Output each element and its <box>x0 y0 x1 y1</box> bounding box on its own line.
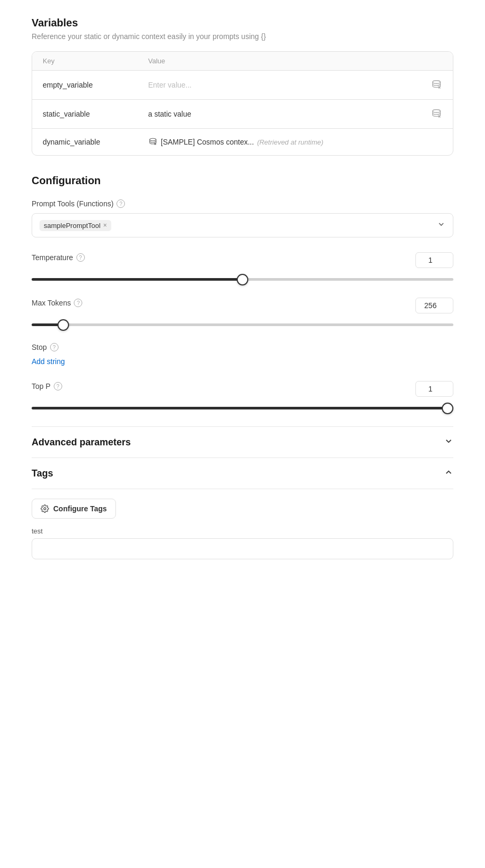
add-string-button[interactable]: Add string <box>32 357 65 366</box>
max-tokens-help-icon[interactable]: ? <box>74 299 82 307</box>
top-p-number-input[interactable] <box>415 381 453 397</box>
temperature-label: Temperature ? <box>32 253 85 262</box>
temperature-help-icon[interactable]: ? <box>76 253 85 262</box>
database-icon <box>431 108 442 120</box>
table-row: static_variable a static value <box>32 100 453 129</box>
svg-point-1 <box>433 110 441 113</box>
gear-icon <box>41 504 49 513</box>
max-tokens-label-row: Max Tokens ? <box>32 298 453 313</box>
variables-section: Variables Reference your static or dynam… <box>32 17 453 156</box>
tags-chevron-icon <box>444 468 453 479</box>
top-p-label: Top P ? <box>32 382 62 390</box>
max-tokens-slider[interactable] <box>32 323 453 326</box>
top-p-slider-container <box>32 402 453 412</box>
tag-chip[interactable]: samplePromptTool × <box>40 220 111 231</box>
row-value[interactable]: a static value <box>148 110 416 118</box>
prompt-tools-dropdown[interactable]: samplePromptTool × <box>32 213 453 237</box>
variables-table: Key Value empty_variable Enter value... <box>32 51 453 156</box>
header-key: Key <box>43 57 148 65</box>
top-p-group: Top P ? <box>32 381 453 412</box>
prompt-tools-help-icon[interactable]: ? <box>117 199 125 208</box>
header-value: Value <box>148 57 416 65</box>
chip-label: samplePromptTool <box>44 222 101 230</box>
runtime-tag: (Retrieved at runtime) <box>257 138 324 146</box>
advanced-parameters-header[interactable]: Advanced parameters <box>32 426 453 458</box>
test-field-input[interactable] <box>32 538 453 559</box>
variables-title: Variables <box>32 17 453 29</box>
svg-point-0 <box>433 81 441 84</box>
row-key: static_variable <box>43 110 148 118</box>
dropdown-chevron-icon <box>437 220 445 231</box>
top-p-label-row: Top P ? <box>32 381 453 397</box>
header-action <box>416 57 442 65</box>
stop-label: Stop ? <box>32 343 453 351</box>
advanced-parameters-title: Advanced parameters <box>32 437 131 448</box>
row-key: dynamic_variable <box>43 138 148 146</box>
temperature-number-input[interactable] <box>415 252 453 268</box>
tags-collapsible-header[interactable]: Tags <box>32 458 453 489</box>
tags-area: samplePromptTool × <box>40 220 437 231</box>
configuration-section: Configuration Prompt Tools (Functions) ?… <box>32 175 453 412</box>
temperature-slider-container <box>32 273 453 283</box>
stop-help-icon[interactable]: ? <box>50 343 59 351</box>
chip-remove-icon[interactable]: × <box>103 222 107 229</box>
row-icon-cell <box>416 108 442 120</box>
configuration-title: Configuration <box>32 175 453 187</box>
dynamic-value-text: [SAMPLE] Cosmos contex... <box>161 138 254 146</box>
top-p-help-icon[interactable]: ? <box>54 382 62 390</box>
test-field-label: test <box>32 527 453 535</box>
stop-group: Stop ? Add string <box>32 343 453 366</box>
max-tokens-number-input[interactable] <box>415 298 453 313</box>
row-value-dynamic: [SAMPLE] Cosmos contex... (Retrieved at … <box>148 137 416 147</box>
row-icon-cell <box>416 79 442 91</box>
top-p-slider[interactable] <box>32 407 453 409</box>
database-small-icon <box>148 137 158 147</box>
row-key: empty_variable <box>43 81 148 89</box>
temperature-slider[interactable] <box>32 278 453 281</box>
prompt-tools-group: Prompt Tools (Functions) ? samplePromptT… <box>32 199 453 237</box>
svg-point-2 <box>150 138 156 141</box>
configure-tags-button[interactable]: Configure Tags <box>32 499 116 519</box>
row-value-placeholder[interactable]: Enter value... <box>148 81 416 89</box>
temperature-label-row: Temperature ? <box>32 252 453 268</box>
svg-point-3 <box>44 508 46 510</box>
configure-tags-label: Configure Tags <box>53 504 107 513</box>
temperature-group: Temperature ? <box>32 252 453 283</box>
max-tokens-group: Max Tokens ? <box>32 298 453 328</box>
database-icon <box>431 79 442 91</box>
tags-title: Tags <box>32 468 53 479</box>
table-header: Key Value <box>32 52 453 71</box>
max-tokens-label: Max Tokens ? <box>32 299 82 307</box>
variables-subtitle: Reference your static or dynamic context… <box>32 32 453 41</box>
table-row: dynamic_variable [SAMPLE] Cosmos contex.… <box>32 129 453 155</box>
max-tokens-slider-container <box>32 319 453 328</box>
prompt-tools-label: Prompt Tools (Functions) ? <box>32 199 453 208</box>
table-row: empty_variable Enter value... <box>32 71 453 100</box>
tags-section: Tags Configure Tags test <box>32 458 453 559</box>
advanced-parameters-chevron-icon <box>444 436 453 448</box>
test-tag-field: test <box>32 527 453 559</box>
